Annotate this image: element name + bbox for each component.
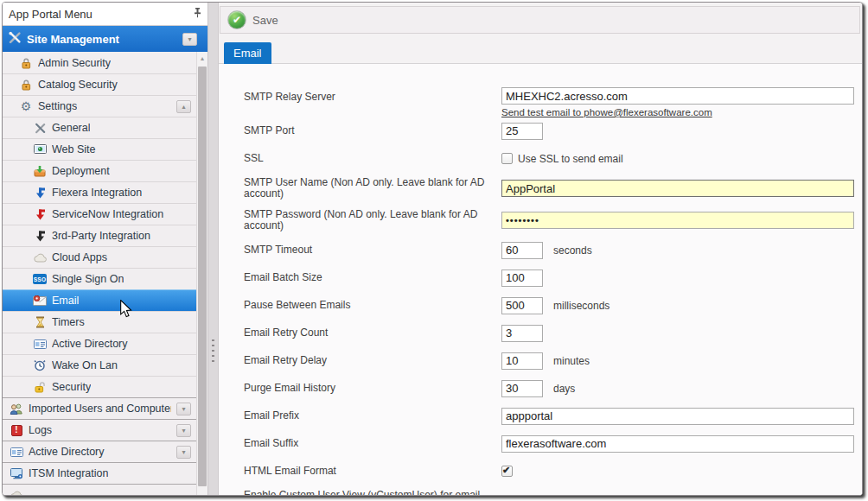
lock-icon xyxy=(19,56,33,70)
email-prefix-input[interactable] xyxy=(501,408,854,425)
sidebar-item-flexera-integration[interactable]: Flexera Integration xyxy=(3,181,196,203)
site-management-tools-icon xyxy=(8,31,22,47)
sidebar-title: App Portal Menu xyxy=(9,8,194,21)
form-row: SMTP Relay Server Send test email to pho… xyxy=(244,87,862,117)
purge-email-history-input[interactable] xyxy=(501,380,543,397)
directory-card-icon xyxy=(10,445,23,459)
form-row: SMTP Port xyxy=(244,122,862,140)
splitter[interactable] xyxy=(208,3,219,495)
field-label: SMTP Timeout xyxy=(244,244,501,256)
hourglass-icon xyxy=(33,315,47,329)
chevron-down-icon[interactable] xyxy=(176,424,191,437)
sidebar-item-single-sign-on[interactable]: SSO Single Sign On xyxy=(3,268,196,289)
sidebar-scrollbar[interactable] xyxy=(196,52,207,495)
form-row: Pause Between Emails milliseconds xyxy=(244,296,862,314)
sidebar-item-settings[interactable]: ⚙ Settings xyxy=(3,95,196,117)
unit-label: minutes xyxy=(553,355,590,367)
sidebar-header: App Portal Menu xyxy=(3,3,207,26)
pin-icon[interactable] xyxy=(194,7,201,21)
sidebar-list: Admin Security Catalog Security ⚙ Settin… xyxy=(3,52,196,495)
envelope-icon xyxy=(33,294,47,308)
chevron-down-icon[interactable] xyxy=(182,33,197,46)
tab-email[interactable]: Email xyxy=(224,42,271,64)
sidebar-item-active-directory[interactable]: Active Directory xyxy=(3,333,196,354)
import-arrow-black-icon xyxy=(33,229,47,243)
sidebar-item-servicenow-integration[interactable]: ServiceNow Integration xyxy=(3,203,196,225)
form-row: Email Prefix xyxy=(244,407,862,425)
import-arrow-red-icon xyxy=(33,207,47,221)
tools-icon xyxy=(33,121,47,135)
scroll-up-icon[interactable] xyxy=(197,52,207,65)
sidebar: App Portal Menu Site Management Admin Se… xyxy=(3,3,208,495)
field-label: SMTP Port xyxy=(244,125,501,136)
alarm-clock-icon xyxy=(33,358,47,372)
field-label: SSL xyxy=(244,153,501,164)
cloud-icon xyxy=(33,250,47,264)
sidebar-item-cloud-apps[interactable]: Cloud Apps xyxy=(3,246,196,268)
sidebar-item-imported-users-and-computers[interactable]: Imported Users and Computers xyxy=(3,397,196,419)
form-row: SMTP User Name (Non AD only. Leave blank… xyxy=(244,177,862,200)
sidebar-item-active-directory-top[interactable]: Active Directory xyxy=(3,441,196,462)
ssl-checkbox[interactable] xyxy=(501,153,513,164)
sidebar-item-logs[interactable]: ! Logs xyxy=(3,419,196,441)
app-window: App Portal Menu Site Management Admin Se… xyxy=(2,2,863,496)
splitter-grip-icon[interactable] xyxy=(212,339,214,364)
padlock-icon xyxy=(33,380,47,394)
sidebar-item-general[interactable]: General xyxy=(3,117,196,138)
sidebar-item-catalog-security[interactable]: Catalog Security xyxy=(3,73,196,95)
sidebar-item-timers[interactable]: Timers xyxy=(3,311,196,333)
form-row: Purge Email History days xyxy=(244,379,862,397)
form-row: Email Suffix xyxy=(244,434,862,453)
lock-icon xyxy=(19,78,33,92)
sidebar-item-wake-on-lan[interactable]: Wake On Lan xyxy=(3,354,196,376)
sidebar-item-email[interactable]: Email xyxy=(3,289,196,311)
gear-icon: ⚙ xyxy=(19,99,33,113)
email-suffix-input[interactable] xyxy=(501,435,854,453)
main-panel: Save Email SMTP Relay Server Send test e… xyxy=(219,3,862,495)
field-label: Pause Between Emails xyxy=(244,300,501,311)
deployment-icon xyxy=(33,164,47,178)
logs-icon: ! xyxy=(10,423,23,437)
scrollbar-thumb[interactable] xyxy=(198,67,207,486)
field-label: Email Retry Delay xyxy=(244,355,501,366)
form-row: Email Retry Delay minutes xyxy=(244,352,862,370)
cloud-icon xyxy=(10,488,23,495)
form-row: SMTP Password (Non AD only. Leave blank … xyxy=(244,209,862,231)
sidebar-item-web-site[interactable]: Web Site xyxy=(3,138,196,160)
form-row: Email Batch Size xyxy=(244,269,862,287)
import-arrow-blue-icon xyxy=(33,186,47,200)
checkbox-label: Use SSL to send email xyxy=(518,153,623,165)
sidebar-item-3rd-party-integration[interactable]: 3rd-Party Integration xyxy=(3,225,196,246)
sidebar-body: Admin Security Catalog Security ⚙ Settin… xyxy=(3,52,207,495)
pause-between-emails-input[interactable] xyxy=(501,297,543,314)
field-label: Email Suffix xyxy=(244,438,501,449)
collapse-icon[interactable] xyxy=(176,100,191,113)
email-settings-form: SMTP Relay Server Send test email to pho… xyxy=(219,64,862,495)
email-retry-delay-input[interactable] xyxy=(501,352,543,370)
save-button[interactable]: Save xyxy=(252,14,278,27)
smtp-username-input[interactable] xyxy=(501,180,854,197)
smtp-password-input[interactable] xyxy=(501,212,854,229)
sidebar-item-admin-security[interactable]: Admin Security xyxy=(3,52,196,73)
sidebar-item-partial[interactable] xyxy=(3,484,196,495)
sidebar-item-security[interactable]: Security xyxy=(3,376,196,397)
sidebar-group-label: Site Management xyxy=(27,33,119,46)
users-icon xyxy=(10,402,23,415)
smtp-port-input[interactable] xyxy=(501,123,543,140)
field-label: HTML Email Format xyxy=(244,466,501,477)
sidebar-group-site-management[interactable]: Site Management xyxy=(3,26,207,52)
send-test-email-link[interactable]: Send test email to phowe@flexerasoftware… xyxy=(501,107,712,117)
field-label: Email Batch Size xyxy=(244,272,501,283)
sidebar-item-deployment[interactable]: Deployment xyxy=(3,160,196,181)
html-email-format-checkbox[interactable] xyxy=(501,466,513,477)
form-row: Email Retry Count xyxy=(244,324,862,342)
chevron-down-icon[interactable] xyxy=(176,446,191,459)
smtp-timeout-input[interactable] xyxy=(501,242,543,259)
field-label: Purge Email History xyxy=(244,383,501,394)
save-check-icon[interactable] xyxy=(227,10,246,29)
sidebar-item-itsm-integration[interactable]: ITSM Integration xyxy=(3,462,196,484)
smtp-relay-server-input[interactable] xyxy=(501,87,854,105)
chevron-down-icon[interactable] xyxy=(176,403,191,415)
email-batch-size-input[interactable] xyxy=(501,270,543,287)
email-retry-count-input[interactable] xyxy=(501,325,543,342)
